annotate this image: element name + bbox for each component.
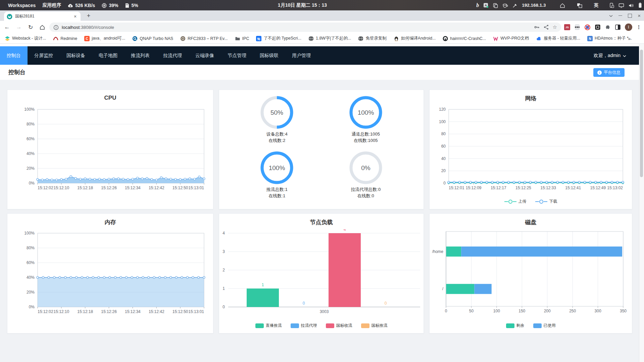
bookmark-item[interactable]: QNAP Turbo NAS — [132, 36, 173, 41]
page-scrollbar-thumb[interactable] — [640, 50, 643, 177]
nav-item-cloud-record[interactable]: 云端录像 — [189, 46, 221, 65]
reload-button[interactable]: ↻ — [26, 23, 35, 32]
svg-text:250: 250 — [569, 309, 576, 313]
battery-icon[interactable] — [638, 2, 642, 8]
svg-text:0: 0 — [445, 309, 447, 313]
browser-tab[interactable]: 国标28181 × — [4, 12, 81, 21]
nav-item-user-manage[interactable]: 用户管理 — [285, 46, 317, 65]
page-scrollbar[interactable] — [639, 44, 644, 362]
legend-item[interactable]: 已使用 — [533, 323, 556, 328]
svg-text:A: A — [485, 4, 487, 7]
forward-button[interactable]: → — [14, 23, 23, 32]
browser-home-button[interactable] — [38, 23, 47, 32]
applications-button[interactable]: 应用程序 — [39, 0, 64, 10]
user-menu[interactable]: 欢迎，admin — [594, 46, 626, 65]
svg-text:100%: 100% — [269, 164, 285, 171]
bookmark-item[interactable]: 如何编译Android... — [394, 36, 436, 41]
nav-item-node-manage[interactable]: 节点管理 — [221, 46, 253, 65]
dark-reader-extension-icon[interactable] — [615, 24, 621, 31]
legend-item[interactable]: 直播推流 — [255, 323, 282, 328]
nav-item-split-screen[interactable]: 分屏监控 — [28, 46, 60, 65]
svg-text:15:12:34: 15:12:34 — [125, 309, 141, 314]
phone-link-icon[interactable] — [609, 2, 614, 8]
bookmark-item[interactable]: WVP-PRO文档 — [493, 36, 529, 41]
user-agent-extension-icon[interactable] — [574, 24, 580, 31]
bookmark-item[interactable]: Redmine — [53, 36, 77, 41]
tab-close-icon[interactable]: × — [72, 14, 78, 19]
bookmark-item[interactable]: 1.8W字|了不起的... — [308, 36, 351, 41]
workspaces-button[interactable]: Workspaces — [5, 0, 39, 10]
disk-card: 磁盘 050100150200250300350/home/ 剩余已使用 — [429, 213, 632, 333]
legend-item[interactable]: 上传 — [504, 199, 527, 204]
profile-avatar[interactable]: I — [625, 23, 632, 31]
nav-item-gb-devices[interactable]: 国标设备 — [60, 46, 92, 65]
close-window-button[interactable]: × — [638, 13, 641, 18]
minimize-button[interactable] — [618, 15, 622, 16]
volume-icon[interactable] — [629, 2, 634, 8]
ip-address-indicator[interactable]: 192.168.1.3 — [522, 3, 546, 8]
bing-tray-icon[interactable]: b — [476, 2, 479, 8]
input-app-icon[interactable]: A — [483, 2, 489, 8]
svg-text:15:12:42: 15:12:42 — [149, 186, 164, 190]
extensions-puzzle-icon[interactable] — [605, 24, 611, 31]
maximize-button[interactable] — [628, 14, 632, 18]
bookmark-item[interactable]: hairrrrr/C-CrashC... — [443, 36, 486, 41]
share-icon[interactable] — [544, 24, 549, 30]
url-text[interactable]: localhost:38080/#/console — [62, 25, 530, 30]
load-chart: 0123410403003 — [219, 229, 424, 334]
site-info-icon[interactable] — [53, 24, 59, 30]
nav-item-e-map[interactable]: 电子地图 — [92, 46, 124, 65]
platform-info-button[interactable]: i 平台信息 — [593, 68, 625, 77]
color-picker-icon[interactable] — [512, 2, 517, 8]
home-icon[interactable] — [560, 2, 565, 8]
adblock-extension-icon[interactable] — [584, 24, 591, 30]
svg-text:40: 40 — [441, 156, 446, 161]
extensions-row: JS I ⋮ — [564, 21, 641, 34]
legend-item[interactable]: 剩余 — [506, 323, 525, 328]
nav-item-pull-proxy[interactable]: 拉流代理 — [156, 46, 189, 65]
back-button[interactable]: ← — [3, 23, 11, 32]
js-blocker-extension-icon[interactable]: JS — [564, 24, 570, 30]
svg-text:15:12:50: 15:12:50 — [172, 186, 188, 190]
clipboard-copy-icon[interactable] — [493, 2, 498, 8]
browser-menu-icon[interactable]: ⋮ — [636, 24, 641, 30]
download-cloud-icon — [68, 2, 73, 8]
address-bar[interactable]: localhost:38080/#/console ☆ — [49, 22, 561, 32]
bookmark-item[interactable]: IPC — [235, 36, 249, 41]
svg-text:15:12:25: 15:12:25 — [515, 186, 531, 190]
svg-text:/home: /home — [432, 249, 444, 254]
bookmark-item[interactable]: 免登录复制 — [358, 36, 387, 41]
tab-search-chevron-icon[interactable] — [609, 13, 613, 19]
svg-text:0: 0 — [222, 305, 225, 309]
disk-chart: 050100150200250300350/home/ — [430, 229, 633, 334]
bookmark-item[interactable]: Webstack - 设计... — [5, 36, 46, 41]
legend-item[interactable]: 下载 — [535, 199, 557, 204]
workspaces-switcher-icon[interactable] — [577, 2, 582, 8]
bookmark-item[interactable]: 知了不起的 TypeScri... — [256, 36, 301, 41]
svg-text:1: 1 — [222, 286, 225, 291]
password-key-icon[interactable] — [534, 24, 540, 30]
legend-item[interactable]: 拉流代理 — [291, 323, 317, 328]
screen-recorder-extension-icon[interactable] — [595, 24, 601, 31]
input-language-indicator[interactable]: 英 — [594, 2, 599, 8]
nav-item-push-streams[interactable]: 推流列表 — [124, 46, 156, 65]
node-load-legend: 直播推流拉流代理国标收流国标推流 — [219, 323, 424, 328]
legend-item[interactable]: 国标推流 — [361, 323, 388, 328]
bookmark-item[interactable]: RFC2833 – RTP Ev... — [180, 36, 228, 41]
coffee-cup-icon[interactable] — [502, 2, 508, 8]
svg-text:知: 知 — [257, 37, 260, 40]
legend-item[interactable]: 国标收流 — [326, 323, 352, 328]
display-icon[interactable] — [618, 2, 624, 8]
bookmark-star-icon[interactable]: ☆ — [553, 24, 557, 30]
bookmark-item[interactable]: NHDAtmos :: 种子 *... — [587, 36, 632, 41]
nav-item-gb-cascade[interactable]: 国标级联 — [253, 46, 285, 65]
page-header: 控制台 i 平台信息 — [0, 65, 639, 80]
clock[interactable]: 1月10日 星期二 15：13 — [278, 2, 327, 8]
nav-item-console[interactable]: 控制台 — [0, 46, 28, 65]
new-tab-button[interactable]: + — [85, 12, 93, 20]
svg-text:0: 0 — [443, 181, 446, 186]
bookmarks-overflow-chevron[interactable]: » — [628, 36, 631, 41]
bookmark-item[interactable]: Cjava、android可... — [84, 36, 125, 41]
browser-tab-strip: 国标28181 × + × — [0, 10, 644, 21]
bookmark-item[interactable]: 服务器 - 轻量应用... — [536, 36, 580, 41]
